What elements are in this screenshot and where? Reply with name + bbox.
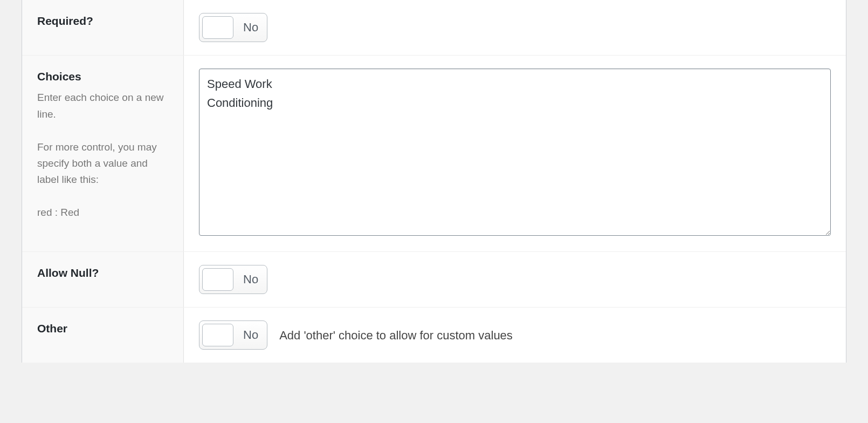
desc-choices: Enter each choice on a new line. For mor… — [37, 90, 168, 221]
label-cell-allow-null: Allow Null? — [22, 252, 184, 307]
label-cell-other: Other — [22, 308, 184, 363]
toggle-required-state: No — [243, 21, 258, 35]
row-other: Other No Add 'other' choice to allow for… — [22, 307, 846, 363]
input-cell-choices — [184, 56, 846, 251]
toggle-other-state: No — [243, 328, 258, 342]
desc-choices-line2: For more control, you may specify both a… — [37, 139, 168, 188]
choices-textarea[interactable] — [199, 69, 831, 236]
input-cell-other: No Add 'other' choice to allow for custo… — [184, 308, 846, 363]
toggle-required[interactable]: No — [199, 13, 267, 42]
other-note: Add 'other' choice to allow for custom v… — [279, 326, 513, 344]
label-allow-null: Allow Null? — [37, 265, 168, 281]
toggle-allow-null[interactable]: No — [199, 265, 267, 294]
toggle-knob — [202, 268, 233, 291]
row-allow-null: Allow Null? No — [22, 251, 846, 307]
label-cell-choices: Choices Enter each choice on a new line.… — [22, 56, 184, 251]
toggle-knob — [202, 16, 233, 39]
label-cell-required: Required? — [22, 0, 184, 55]
row-choices: Choices Enter each choice on a new line.… — [22, 55, 846, 251]
field-settings-panel: Required? No Choices Enter each choice o… — [22, 0, 846, 363]
toggle-other[interactable]: No — [199, 320, 267, 350]
input-cell-allow-null: No — [184, 252, 846, 307]
row-required: Required? No — [22, 0, 846, 55]
desc-choices-line1: Enter each choice on a new line. — [37, 90, 168, 122]
label-required: Required? — [37, 13, 168, 29]
label-choices: Choices — [37, 69, 168, 84]
toggle-knob — [202, 324, 233, 346]
desc-choices-example: red : Red — [37, 204, 168, 221]
input-cell-required: No — [184, 0, 846, 55]
toggle-allow-null-state: No — [243, 272, 258, 286]
label-other: Other — [37, 320, 168, 336]
